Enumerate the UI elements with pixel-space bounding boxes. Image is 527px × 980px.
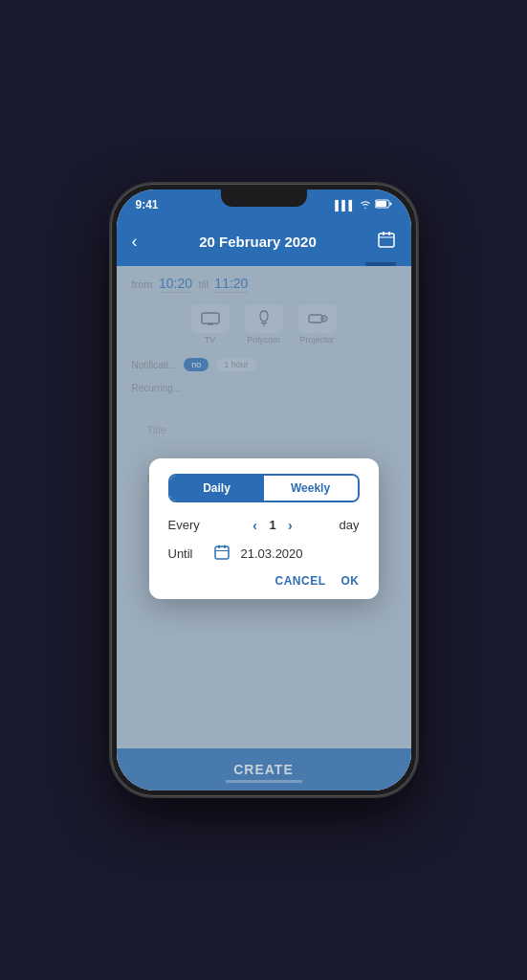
- wifi-icon: [360, 199, 371, 211]
- tab-weekly[interactable]: Weekly: [264, 476, 358, 501]
- until-date-value: 21.03.2020: [241, 546, 303, 561]
- app-header: ‹ 20 February 2020: [117, 220, 411, 262]
- stepper-left-icon[interactable]: ‹: [253, 518, 257, 533]
- svg-rect-5: [388, 232, 390, 235]
- ok-button[interactable]: OK: [341, 574, 360, 588]
- svg-rect-1: [376, 201, 386, 207]
- every-label: Every: [168, 518, 207, 532]
- stepper-right-icon[interactable]: ›: [288, 518, 293, 533]
- stepper-area: ‹ 1 ›: [214, 518, 332, 533]
- modal-card: Daily Weekly Every ‹ 1 › day: [149, 458, 379, 599]
- status-time: 9:41: [136, 198, 159, 212]
- notch: [221, 189, 307, 207]
- cancel-button[interactable]: CANCEL: [275, 574, 326, 588]
- svg-rect-4: [383, 232, 384, 235]
- until-row: Until 21.03.2020: [168, 545, 360, 563]
- app-content: from 10:20 till 11:20: [117, 266, 411, 791]
- svg-rect-11: [218, 545, 220, 548]
- status-icons: ▌▌▌: [335, 199, 391, 211]
- modal-tabs: Daily Weekly: [168, 474, 360, 502]
- svg-rect-2: [389, 203, 391, 206]
- modal-actions: CANCEL OK: [168, 574, 360, 588]
- tab-daily[interactable]: Daily: [170, 476, 264, 501]
- back-button[interactable]: ‹: [132, 232, 138, 252]
- signal-icon: ▌▌▌: [335, 200, 355, 211]
- until-label: Until: [168, 546, 207, 561]
- calendar-icon[interactable]: [378, 231, 395, 252]
- phone-device: 9:41 ▌▌▌: [111, 184, 417, 796]
- svg-rect-10: [215, 546, 229, 559]
- modal-overlay: Daily Weekly Every ‹ 1 › day: [117, 266, 411, 791]
- every-row: Every ‹ 1 › day: [168, 518, 360, 533]
- svg-rect-3: [379, 234, 394, 247]
- date-calendar-icon[interactable]: [214, 545, 230, 563]
- svg-rect-12: [224, 545, 226, 548]
- battery-icon: [375, 199, 392, 211]
- header-title: 20 February 2020: [199, 234, 317, 250]
- stepper-value: 1: [265, 518, 280, 532]
- day-unit: day: [340, 518, 360, 532]
- phone-screen: 9:41 ▌▌▌: [117, 189, 411, 791]
